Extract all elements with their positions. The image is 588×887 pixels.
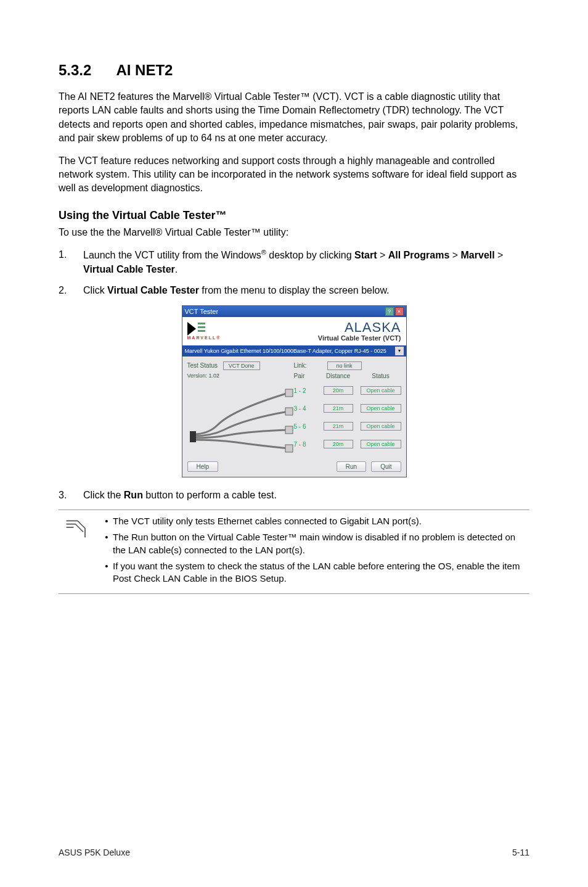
link-value: no link xyxy=(327,361,362,370)
status-value: Open cable xyxy=(361,440,401,448)
head-distance: Distance xyxy=(316,373,361,379)
footer-left: ASUS P5K Deluxe xyxy=(59,848,130,857)
version-label: Version: 1.02 xyxy=(187,373,294,379)
step-number: 1. xyxy=(59,248,83,276)
status-value: Open cable xyxy=(361,386,401,395)
sub-paragraph: To use the the Marvell® Virtual Cable Te… xyxy=(59,226,529,239)
alaska-logo: ALASKA xyxy=(318,321,401,334)
vct-header: MARVELL® ALASKA Virtual Cable Tester (VC… xyxy=(182,317,406,345)
chevron-down-icon[interactable]: ▾ xyxy=(395,347,404,355)
note-box: •The VCT utility only tests Ethernet cab… xyxy=(59,510,529,594)
step-2: 2. Click Virtual Cable Tester from the m… xyxy=(59,284,529,297)
section-title: AI NET2 xyxy=(116,62,173,78)
help-button[interactable]: Help xyxy=(187,461,219,472)
distance-value: 20m xyxy=(324,386,353,395)
table-row: 1 - 2 20m Open cable xyxy=(294,382,401,400)
quit-button[interactable]: Quit xyxy=(371,461,401,472)
window-titlebar[interactable]: VCT Tester ? × xyxy=(182,306,406,317)
paragraph-2: The VCT feature reduces networking and s… xyxy=(59,154,529,196)
window-title: VCT Tester xyxy=(185,308,219,315)
help-icon[interactable]: ? xyxy=(385,307,394,316)
step-text: Click the Run button to perform a cable … xyxy=(83,489,529,502)
step-text: Click Virtual Cable Tester from the menu… xyxy=(83,284,529,297)
distance-value: 21m xyxy=(324,422,353,431)
section-heading: 5.3.2AI NET2 xyxy=(59,62,529,79)
footer-right: 5-11 xyxy=(512,848,529,857)
step-number: 3. xyxy=(59,489,83,502)
link-label: Link: xyxy=(294,362,320,369)
table-row: 3 - 4 21m Open cable xyxy=(294,400,401,418)
pair-label: 5 - 6 xyxy=(294,423,316,430)
note-item: •The VCT utility only tests Ethernet cab… xyxy=(100,515,529,527)
run-button[interactable]: Run xyxy=(337,461,366,472)
distance-value: 21m xyxy=(324,404,353,413)
alaska-block: ALASKA Virtual Cable Tester (VCT) xyxy=(318,321,401,342)
section-number: 5.3.2 xyxy=(59,62,91,79)
note-icon xyxy=(63,518,89,540)
step-text: Launch the VCT utility from the Windows®… xyxy=(83,248,529,276)
marvell-logo: MARVELL® xyxy=(187,322,221,340)
test-status-label: Test Status xyxy=(187,362,218,369)
bullet-icon: • xyxy=(100,515,113,527)
step-number: 2. xyxy=(59,284,83,297)
adapter-dropdown[interactable]: Marvell Yukon Gigabit Ethernet 10/100/10… xyxy=(182,345,406,357)
screenshot-container: VCT Tester ? × MARVELL® ALASKA Virtual C… xyxy=(59,305,529,477)
marvell-text: MARVELL® xyxy=(187,336,221,340)
table-row: 7 - 8 20m Open cable xyxy=(294,435,401,453)
step-3: 3. Click the Run button to perform a cab… xyxy=(59,489,529,502)
head-status: Status xyxy=(361,373,401,379)
vct-body: Test Status VCT Done Version: 1.02 Link:… xyxy=(182,357,406,458)
step-1: 1. Launch the VCT utility from the Windo… xyxy=(59,248,529,276)
pair-table-header: Pair Distance Status xyxy=(294,373,401,379)
reg-mark: ® xyxy=(261,249,266,256)
vct-footer: Help Run Quit xyxy=(182,458,406,477)
intro-paragraph: The AI NET2 features the Marvell® Virtua… xyxy=(59,90,529,146)
distance-value: 20m xyxy=(324,440,353,448)
close-icon[interactable]: × xyxy=(395,307,404,316)
pair-label: 1 - 2 xyxy=(294,387,316,394)
note-item: •The Run button on the Virtual Cable Tes… xyxy=(100,531,529,556)
status-value: Open cable xyxy=(361,404,401,413)
status-value: Open cable xyxy=(361,422,401,431)
subheading: Using the Virtual Cable Tester™ xyxy=(59,209,529,222)
pair-table: 1 - 2 20m Open cable 3 - 4 21m Open cabl… xyxy=(294,382,401,453)
page-footer: ASUS P5K Deluxe 5-11 xyxy=(59,848,529,857)
vct-window: VCT Tester ? × MARVELL® ALASKA Virtual C… xyxy=(182,305,407,477)
test-status-value: VCT Done xyxy=(223,361,260,370)
bullet-icon: • xyxy=(100,560,113,585)
note-item: •If you want the system to check the sta… xyxy=(100,560,529,585)
bullet-icon: • xyxy=(100,531,113,556)
pair-label: 3 - 4 xyxy=(294,405,316,412)
alaska-sub: Virtual Cable Tester (VCT) xyxy=(318,334,401,342)
note-list: •The VCT utility only tests Ethernet cab… xyxy=(100,515,529,588)
table-row: 5 - 6 21m Open cable xyxy=(294,418,401,435)
marvell-mark-icon xyxy=(187,322,206,336)
head-pair: Pair xyxy=(294,373,316,379)
pair-label: 7 - 8 xyxy=(294,441,316,448)
dropdown-value: Marvell Yukon Gigabit Ethernet 10/100/10… xyxy=(185,348,386,354)
